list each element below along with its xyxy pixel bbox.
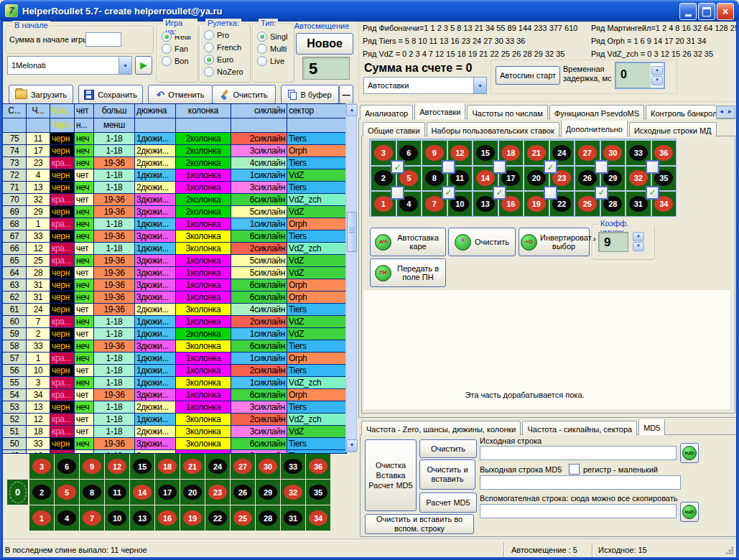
md5-clear-paste-aux-button[interactable]: Очистить и вставить во вспом. строку bbox=[365, 514, 474, 534]
chevron-down-icon[interactable]: ▼ bbox=[118, 57, 131, 74]
save-button[interactable]: Сохранить bbox=[78, 85, 143, 104]
scrollbar-thumb[interactable] bbox=[347, 212, 357, 252]
new-button[interactable]: Новое bbox=[296, 33, 353, 55]
board-cell-1[interactable]: 1 bbox=[29, 505, 54, 531]
chevron-down-icon[interactable]: ▼ bbox=[473, 78, 486, 93]
bet-checkbox[interactable] bbox=[646, 160, 659, 174]
play-button[interactable]: ▶ bbox=[135, 56, 152, 75]
board-cell-30[interactable]: 30 bbox=[256, 454, 280, 479]
tab-md5[interactable]: MD5 bbox=[638, 419, 665, 435]
scroll-down-icon[interactable]: ▼ bbox=[346, 439, 358, 452]
delay-spinner[interactable]: 0 ▲ ▼ bbox=[615, 62, 665, 89]
md5-calc-button[interactable]: Расчет MD5 bbox=[419, 493, 477, 513]
board-cell-23[interactable]: 23 bbox=[205, 480, 230, 505]
tab-user-bet-sets[interactable]: Наборы пользовательских ставок bbox=[427, 122, 559, 136]
tab-psevdoms-functional[interactable]: Функционал PsevdoMS bbox=[549, 105, 644, 119]
radio-singl[interactable]: Singl bbox=[257, 30, 294, 42]
board-cell-36[interactable]: 36 bbox=[306, 454, 330, 479]
board-cell-14[interactable]: 14 bbox=[130, 480, 154, 505]
board-cell-5[interactable]: 5 bbox=[55, 480, 79, 505]
radio-multi[interactable]: Multi bbox=[257, 42, 294, 55]
autobets-combo[interactable]: Автоставки ▼ bbox=[363, 77, 487, 94]
radio-live[interactable]: Live bbox=[257, 55, 294, 67]
spin-up-icon[interactable]: ▲ bbox=[633, 232, 644, 241]
bet-checkbox[interactable]: ✓ bbox=[442, 186, 455, 200]
radio-fan[interactable]: Fan bbox=[162, 42, 197, 55]
board-cell-11[interactable]: 11 bbox=[105, 480, 129, 505]
board-cell-2[interactable]: 2 bbox=[29, 480, 54, 505]
bet-checkbox[interactable]: ✓ bbox=[595, 186, 608, 200]
md5-calc-aux-button[interactable]: МД5 bbox=[680, 502, 699, 522]
undo-button[interactable]: ↶Отменить bbox=[148, 85, 213, 104]
board-cell-32[interactable]: 32 bbox=[281, 480, 305, 505]
bet-checkbox[interactable] bbox=[391, 186, 404, 200]
board-cell-zero[interactable]: 0 bbox=[7, 480, 28, 505]
md5-calc-source-button[interactable]: МД5 bbox=[680, 443, 699, 463]
autospin-start-button[interactable]: Автоспин старт bbox=[496, 66, 560, 85]
radio-euro[interactable]: Euro bbox=[204, 53, 250, 65]
minimize-button[interactable] bbox=[679, 3, 697, 20]
md5-clear-paste-calc-button[interactable]: Очистка Вставка Расчет MD5 bbox=[365, 439, 417, 511]
scroll-up-icon[interactable]: ▲ bbox=[346, 104, 358, 116]
bet-checkbox[interactable]: ✓ bbox=[391, 160, 404, 174]
spin-down-icon[interactable]: ▼ bbox=[651, 76, 663, 85]
board-cell-10[interactable]: 10 bbox=[105, 505, 129, 531]
tab-freq-zero-chances[interactable]: Частота - Zero, шансы, дюжины, колонки bbox=[361, 421, 521, 435]
bet-checkbox[interactable] bbox=[544, 186, 557, 200]
tab-freq-sixlines-sectors[interactable]: Частота - сиклайны, сектора bbox=[522, 421, 637, 435]
board-cell-28[interactable]: 28 bbox=[256, 505, 280, 531]
preset-combo[interactable]: 1Melonati ▼ bbox=[7, 56, 132, 75]
load-button[interactable]: Загрузить bbox=[9, 85, 73, 104]
bet-checkbox[interactable]: ✓ bbox=[493, 186, 506, 200]
board-cell-4[interactable]: 4 bbox=[55, 505, 79, 531]
tab-analyzer[interactable]: Анализатор bbox=[360, 105, 413, 119]
tab-general-bets[interactable]: Общие ставки bbox=[363, 122, 425, 136]
board-cell-6[interactable]: 6 bbox=[55, 454, 79, 479]
md5-clear-and-paste-button[interactable]: Очистить и вставить bbox=[419, 459, 475, 490]
board-cell-35[interactable]: 35 bbox=[306, 480, 330, 505]
clear-button[interactable]: Очистить bbox=[212, 85, 276, 104]
tab-autobets[interactable]: Автоставки bbox=[414, 103, 465, 119]
bet-checkbox[interactable]: ✓ bbox=[544, 160, 557, 174]
md5-source-input[interactable] bbox=[480, 446, 677, 460]
tab-number-frequencies[interactable]: Частоты по числам bbox=[467, 105, 547, 119]
board-cell-15[interactable]: 15 bbox=[130, 454, 154, 479]
invert-selection-button[interactable]: +D Инвертировать выбор bbox=[519, 228, 590, 256]
board-cell-26[interactable]: 26 bbox=[231, 480, 255, 505]
board-cell-29[interactable]: 29 bbox=[256, 480, 280, 505]
md5-clear-button[interactable]: Очистить bbox=[419, 439, 477, 458]
maximize-button[interactable] bbox=[698, 3, 715, 20]
tab-md-source-rows[interactable]: Исходные строки МД bbox=[629, 122, 717, 136]
radio-pro[interactable]: Pro bbox=[204, 29, 250, 41]
board-cell-17[interactable]: 17 bbox=[155, 480, 180, 505]
board-cell-27[interactable]: 27 bbox=[231, 454, 255, 479]
board-cell-3[interactable]: 3 bbox=[29, 454, 54, 479]
board-cell-22[interactable]: 22 bbox=[205, 505, 230, 531]
md5-case-option[interactable]: регистр - маленький bbox=[569, 464, 658, 475]
close-button[interactable]: × bbox=[717, 3, 734, 20]
tab-bankroll-control[interactable]: Контроль банкрол bbox=[646, 105, 716, 119]
board-cell-24[interactable]: 24 bbox=[205, 454, 230, 479]
board-cell-18[interactable]: 18 bbox=[155, 454, 180, 479]
tab-scroll-left-icon[interactable]: ◄ bbox=[717, 107, 725, 117]
radio-nozero[interactable]: NoZero bbox=[204, 65, 250, 78]
board-cell-8[interactable]: 8 bbox=[80, 480, 104, 505]
tab-scroll-right-icon[interactable]: ► bbox=[726, 107, 734, 117]
spin-down-icon[interactable]: ▼ bbox=[633, 242, 644, 251]
transfer-to-pn-button[interactable]: ПН Передать в поле ПН bbox=[370, 258, 446, 287]
board-cell-13[interactable]: 13 bbox=[130, 505, 154, 531]
spin-up-icon[interactable]: ▲ bbox=[651, 66, 663, 75]
board-cell-9[interactable]: 9 bbox=[80, 454, 104, 479]
board-cell-20[interactable]: 20 bbox=[180, 480, 205, 505]
start-sum-input[interactable] bbox=[85, 32, 121, 47]
table-scrollbar[interactable]: ▲ ▼ bbox=[345, 103, 357, 452]
radio-french[interactable]: French bbox=[204, 41, 250, 53]
bet-checkbox[interactable] bbox=[442, 160, 455, 174]
resize-grip[interactable] bbox=[725, 546, 733, 554]
board-cell-33[interactable]: 33 bbox=[281, 454, 305, 479]
bet-checkbox[interactable] bbox=[595, 160, 608, 174]
title-bar[interactable]: 7 HelperRoullet 5.7- create helperroulle… bbox=[0, 0, 739, 22]
board-cell-34[interactable]: 34 bbox=[306, 505, 330, 531]
board-cell-21[interactable]: 21 bbox=[180, 454, 205, 479]
collapse-button[interactable]: — bbox=[339, 85, 353, 104]
